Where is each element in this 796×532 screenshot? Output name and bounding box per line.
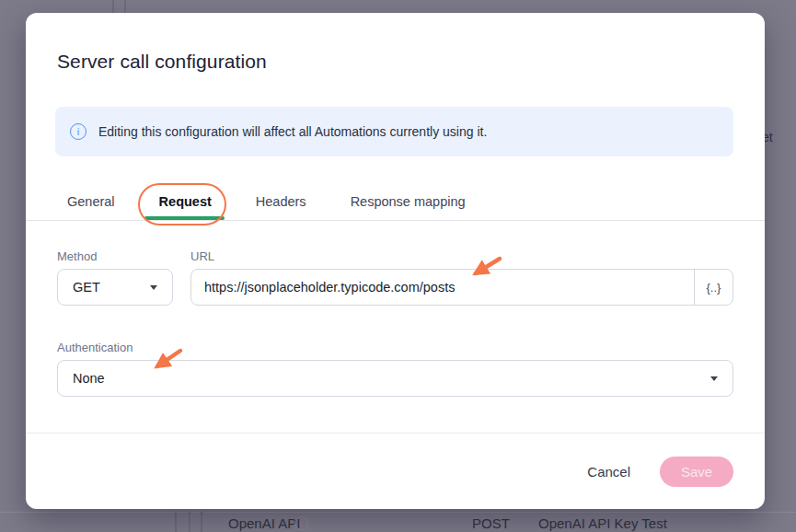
tab-general-label: General <box>67 194 115 209</box>
active-tab-underline <box>144 216 225 220</box>
chevron-down-icon <box>710 376 718 381</box>
method-select[interactable]: GET <box>57 269 173 306</box>
url-input-group: {..} <box>190 269 733 306</box>
tab-headers-label: Headers <box>256 194 306 209</box>
server-call-configuration-dialog: Server call configuration i Editing this… <box>26 13 765 509</box>
info-banner-text: Editing this configuration will affect a… <box>98 124 487 139</box>
method-value: GET <box>73 280 100 295</box>
tab-request[interactable]: Request <box>159 182 212 220</box>
insert-variable-button[interactable]: {..} <box>694 270 733 305</box>
background-row-auth-config: OpenAI API Key Test <box>538 515 667 531</box>
background-table-border <box>189 512 190 532</box>
info-icon: i <box>294 516 308 530</box>
background-row-method: POST <box>472 515 510 531</box>
cancel-button[interactable]: Cancel <box>587 464 630 480</box>
authentication-label: Authentication <box>57 341 733 354</box>
info-banner: i Editing this configuration will affect… <box>55 107 733 156</box>
tab-response-mapping[interactable]: Response mapping <box>351 182 466 220</box>
authentication-select[interactable]: None <box>57 360 733 397</box>
tab-bar: General Request Headers Response mapping <box>26 182 765 221</box>
tab-response-mapping-label: Response mapping <box>351 194 466 209</box>
method-label: Method <box>57 249 173 263</box>
background-row-config-name: OpenAI API <box>228 515 300 531</box>
url-input[interactable] <box>191 270 694 305</box>
chevron-down-icon <box>150 285 157 290</box>
save-button[interactable]: Save <box>660 457 733 487</box>
tab-headers[interactable]: Headers <box>256 182 306 220</box>
info-icon: i <box>70 123 87 140</box>
dialog-title: Server call configuration <box>57 51 733 73</box>
request-form: Method GET URL {..} Authentication None <box>26 221 765 397</box>
background-table-row-border <box>0 512 796 513</box>
tab-request-label: Request <box>159 194 212 209</box>
authentication-value: None <box>73 371 105 386</box>
background-table-border <box>201 512 202 532</box>
tab-general[interactable]: General <box>67 182 115 220</box>
dialog-footer: Cancel Save <box>26 433 765 509</box>
braces-icon: {..} <box>707 281 721 295</box>
background-table-border <box>175 512 177 532</box>
background-table-border <box>112 0 114 13</box>
background-table-border <box>124 0 126 13</box>
url-label: URL <box>190 249 733 263</box>
